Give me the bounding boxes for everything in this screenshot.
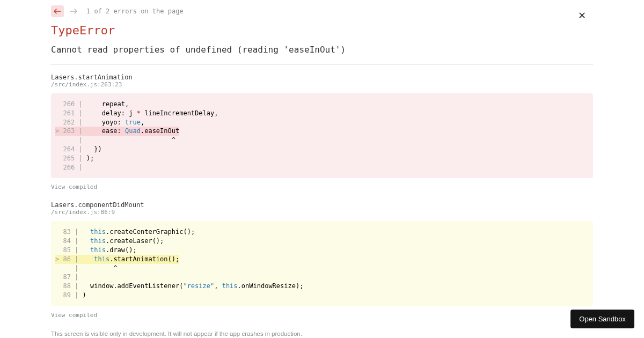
code-line: | ^ [55,264,589,273]
stack-location: /src/index.js:263:23 [51,81,593,88]
error-message: Cannot read properties of undefined (rea… [51,45,593,55]
error-type: TypeError [51,24,593,37]
prev-error-button[interactable] [51,5,64,17]
stack-frame: Lasers.componentDidMount/src/index.js:86… [51,201,593,329]
error-count: 1 of 2 errors on the page [86,8,184,15]
open-sandbox-button[interactable]: Open Sandbox [570,310,634,328]
stack-frame: Lasers.startAnimation/src/index.js:263:2… [51,74,593,201]
code-line: | ^ [55,136,589,145]
code-block: 83 | this.createCenterGraphic(); 84 | th… [51,221,593,306]
code-line: 89 | ) [55,291,589,300]
code-line: 266 | [55,163,589,172]
code-line: > 263 | ease: Quad.easeInOut [55,127,589,136]
footer-line: This screen is visible only in developme… [51,329,593,338]
code-line: 261 | delay: j * lineIncrementDelay, [55,109,589,118]
code-line: 88 | window.addEventListener("resize", t… [55,282,589,291]
close-icon: ✕ [578,10,586,21]
view-compiled-link[interactable]: View compiled [51,183,97,190]
footer-note: This screen is visible only in developme… [51,329,593,338]
code-line: 85 | this.draw(); [55,246,589,255]
code-block: 260 | repeat, 261 | delay: j * lineIncre… [51,93,593,178]
view-compiled-link[interactable]: View compiled [51,312,97,319]
code-line: 265 | ); [55,154,589,163]
stack-function: Lasers.startAnimation [51,74,593,81]
stack-function: Lasers.componentDidMount [51,201,593,209]
next-error-button[interactable] [67,5,80,17]
arrow-right-icon [70,9,77,14]
close-button[interactable]: ✕ [578,10,586,21]
code-line: 264 | }) [55,145,589,154]
code-line: 84 | this.createLaser(); [55,237,589,246]
code-line: 260 | repeat, [55,100,589,109]
divider [51,64,593,65]
code-line: > 86 | this.startAnimation(); [55,255,589,264]
code-line: 262 | yoyo: true, [55,118,589,127]
code-line: 83 | this.createCenterGraphic(); [55,227,589,237]
code-line: 87 | [55,273,589,282]
stack-location: /src/index.js:86:9 [51,209,593,216]
arrow-left-icon [54,9,61,14]
error-nav: 1 of 2 errors on the page [51,5,593,17]
